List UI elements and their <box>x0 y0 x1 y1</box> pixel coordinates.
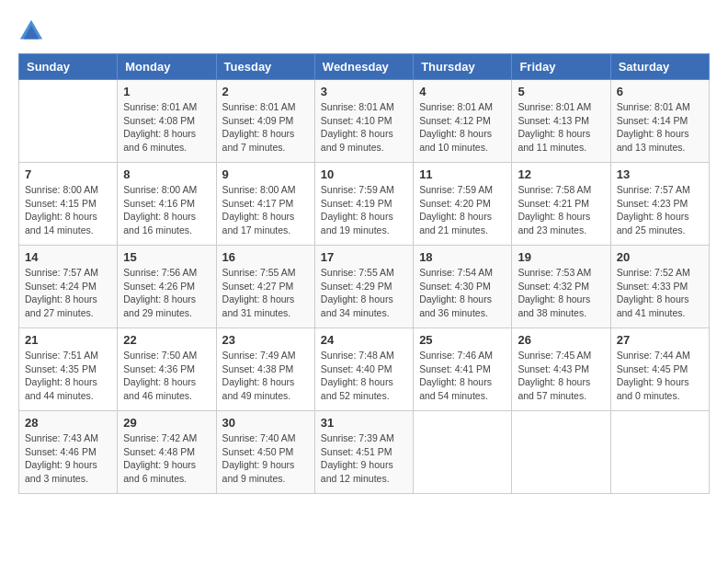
calendar-cell <box>512 411 610 494</box>
day-number: 15 <box>123 250 210 264</box>
day-number: 19 <box>518 250 604 264</box>
calendar-cell: 21Sunrise: 7:51 AMSunset: 4:35 PMDayligh… <box>19 328 118 411</box>
day-number: 14 <box>25 250 111 264</box>
day-info: Sunrise: 7:56 AMSunset: 4:26 PMDaylight:… <box>123 266 210 320</box>
calendar-cell: 29Sunrise: 7:42 AMSunset: 4:48 PMDayligh… <box>118 411 216 494</box>
day-info: Sunrise: 7:55 AMSunset: 4:27 PMDaylight:… <box>222 266 309 320</box>
day-number: 22 <box>123 333 210 347</box>
day-info: Sunrise: 7:49 AMSunset: 4:38 PMDaylight:… <box>222 349 309 403</box>
calendar-cell: 23Sunrise: 7:49 AMSunset: 4:38 PMDayligh… <box>216 328 314 411</box>
header-wednesday: Wednesday <box>314 54 413 80</box>
day-number: 2 <box>222 85 309 98</box>
day-info: Sunrise: 7:51 AMSunset: 4:35 PMDaylight:… <box>25 349 111 403</box>
day-info: Sunrise: 8:01 AMSunset: 4:08 PMDaylight:… <box>123 100 210 155</box>
calendar-row-week-5: 28Sunrise: 7:43 AMSunset: 4:46 PMDayligh… <box>19 411 710 494</box>
day-number: 27 <box>617 333 703 347</box>
logo-icon <box>18 18 44 44</box>
day-number: 29 <box>123 416 210 430</box>
day-info: Sunrise: 7:55 AMSunset: 4:29 PMDaylight:… <box>321 266 407 320</box>
calendar-cell: 6Sunrise: 8:01 AMSunset: 4:14 PMDaylight… <box>610 80 709 163</box>
calendar-cell: 16Sunrise: 7:55 AMSunset: 4:27 PMDayligh… <box>216 246 314 328</box>
day-number: 20 <box>617 250 703 264</box>
calendar-cell: 10Sunrise: 7:59 AMSunset: 4:19 PMDayligh… <box>314 163 413 246</box>
day-number: 26 <box>518 333 604 347</box>
day-number: 31 <box>321 416 407 430</box>
header-saturday: Saturday <box>610 54 709 80</box>
calendar-cell <box>19 80 118 163</box>
day-info: Sunrise: 7:40 AMSunset: 4:50 PMDaylight:… <box>222 431 309 486</box>
calendar-cell: 4Sunrise: 8:01 AMSunset: 4:12 PMDaylight… <box>414 80 512 163</box>
day-info: Sunrise: 7:59 AMSunset: 4:19 PMDaylight:… <box>321 183 407 237</box>
day-info: Sunrise: 7:46 AMSunset: 4:41 PMDaylight:… <box>419 349 506 403</box>
calendar-cell: 7Sunrise: 8:00 AMSunset: 4:15 PMDaylight… <box>19 163 118 246</box>
day-info: Sunrise: 7:53 AMSunset: 4:32 PMDaylight:… <box>518 266 604 320</box>
day-number: 30 <box>222 416 309 430</box>
calendar-cell: 20Sunrise: 7:52 AMSunset: 4:33 PMDayligh… <box>610 246 709 328</box>
day-number: 3 <box>321 85 407 98</box>
day-number: 16 <box>222 250 309 264</box>
calendar-cell: 15Sunrise: 7:56 AMSunset: 4:26 PMDayligh… <box>118 246 216 328</box>
calendar-cell <box>414 411 512 494</box>
day-info: Sunrise: 7:54 AMSunset: 4:30 PMDaylight:… <box>419 266 506 320</box>
calendar-cell: 8Sunrise: 8:00 AMSunset: 4:16 PMDaylight… <box>118 163 216 246</box>
calendar-cell: 28Sunrise: 7:43 AMSunset: 4:46 PMDayligh… <box>19 411 118 494</box>
calendar-cell: 18Sunrise: 7:54 AMSunset: 4:30 PMDayligh… <box>414 246 512 328</box>
calendar-cell: 12Sunrise: 7:58 AMSunset: 4:21 PMDayligh… <box>512 163 610 246</box>
calendar-row-week-1: 1Sunrise: 8:01 AMSunset: 4:08 PMDaylight… <box>19 80 710 163</box>
day-number: 24 <box>321 333 407 347</box>
day-number: 6 <box>617 85 703 98</box>
day-number: 12 <box>518 167 604 181</box>
day-info: Sunrise: 7:50 AMSunset: 4:36 PMDaylight:… <box>123 349 210 403</box>
header-friday: Friday <box>512 54 610 80</box>
calendar-cell: 24Sunrise: 7:48 AMSunset: 4:40 PMDayligh… <box>314 328 413 411</box>
calendar-row-week-4: 21Sunrise: 7:51 AMSunset: 4:35 PMDayligh… <box>19 328 710 411</box>
day-info: Sunrise: 8:00 AMSunset: 4:15 PMDaylight:… <box>25 183 111 237</box>
calendar-cell: 9Sunrise: 8:00 AMSunset: 4:17 PMDaylight… <box>216 163 314 246</box>
calendar-table: SundayMondayTuesdayWednesdayThursdayFrid… <box>18 53 710 494</box>
day-number: 9 <box>222 167 309 181</box>
day-number: 7 <box>25 167 111 181</box>
calendar-header-row: SundayMondayTuesdayWednesdayThursdayFrid… <box>19 54 710 80</box>
day-number: 10 <box>321 167 407 181</box>
calendar-cell: 22Sunrise: 7:50 AMSunset: 4:36 PMDayligh… <box>118 328 216 411</box>
day-number: 28 <box>25 416 111 430</box>
day-info: Sunrise: 8:01 AMSunset: 4:10 PMDaylight:… <box>321 100 407 155</box>
day-number: 21 <box>25 333 111 347</box>
day-info: Sunrise: 7:57 AMSunset: 4:23 PMDaylight:… <box>617 183 703 237</box>
day-info: Sunrise: 7:45 AMSunset: 4:43 PMDaylight:… <box>518 349 604 403</box>
header-sunday: Sunday <box>19 54 118 80</box>
day-number: 11 <box>419 167 506 181</box>
calendar-cell: 30Sunrise: 7:40 AMSunset: 4:50 PMDayligh… <box>216 411 314 494</box>
calendar-cell: 13Sunrise: 7:57 AMSunset: 4:23 PMDayligh… <box>610 163 709 246</box>
calendar-cell: 31Sunrise: 7:39 AMSunset: 4:51 PMDayligh… <box>314 411 413 494</box>
calendar-cell <box>610 411 709 494</box>
page-header <box>18 18 710 44</box>
logo <box>18 18 48 44</box>
day-info: Sunrise: 7:42 AMSunset: 4:48 PMDaylight:… <box>123 431 210 486</box>
calendar-cell: 27Sunrise: 7:44 AMSunset: 4:45 PMDayligh… <box>610 328 709 411</box>
day-info: Sunrise: 8:01 AMSunset: 4:14 PMDaylight:… <box>617 100 703 155</box>
day-info: Sunrise: 8:00 AMSunset: 4:17 PMDaylight:… <box>222 183 309 237</box>
calendar-cell: 19Sunrise: 7:53 AMSunset: 4:32 PMDayligh… <box>512 246 610 328</box>
header-monday: Monday <box>118 54 216 80</box>
calendar-cell: 5Sunrise: 8:01 AMSunset: 4:13 PMDaylight… <box>512 80 610 163</box>
day-number: 25 <box>419 333 506 347</box>
day-info: Sunrise: 7:48 AMSunset: 4:40 PMDaylight:… <box>321 349 407 403</box>
day-info: Sunrise: 7:58 AMSunset: 4:21 PMDaylight:… <box>518 183 604 237</box>
day-number: 17 <box>321 250 407 264</box>
calendar-row-week-3: 14Sunrise: 7:57 AMSunset: 4:24 PMDayligh… <box>19 246 710 328</box>
day-info: Sunrise: 7:44 AMSunset: 4:45 PMDaylight:… <box>617 349 703 403</box>
calendar-cell: 11Sunrise: 7:59 AMSunset: 4:20 PMDayligh… <box>414 163 512 246</box>
day-info: Sunrise: 8:01 AMSunset: 4:12 PMDaylight:… <box>419 100 506 155</box>
day-number: 4 <box>419 85 506 98</box>
day-number: 8 <box>123 167 210 181</box>
day-number: 13 <box>617 167 703 181</box>
day-number: 23 <box>222 333 309 347</box>
header-thursday: Thursday <box>414 54 512 80</box>
calendar-cell: 26Sunrise: 7:45 AMSunset: 4:43 PMDayligh… <box>512 328 610 411</box>
day-info: Sunrise: 8:00 AMSunset: 4:16 PMDaylight:… <box>123 183 210 237</box>
calendar-cell: 14Sunrise: 7:57 AMSunset: 4:24 PMDayligh… <box>19 246 118 328</box>
header-tuesday: Tuesday <box>216 54 314 80</box>
calendar-cell: 3Sunrise: 8:01 AMSunset: 4:10 PMDaylight… <box>314 80 413 163</box>
calendar-row-week-2: 7Sunrise: 8:00 AMSunset: 4:15 PMDaylight… <box>19 163 710 246</box>
